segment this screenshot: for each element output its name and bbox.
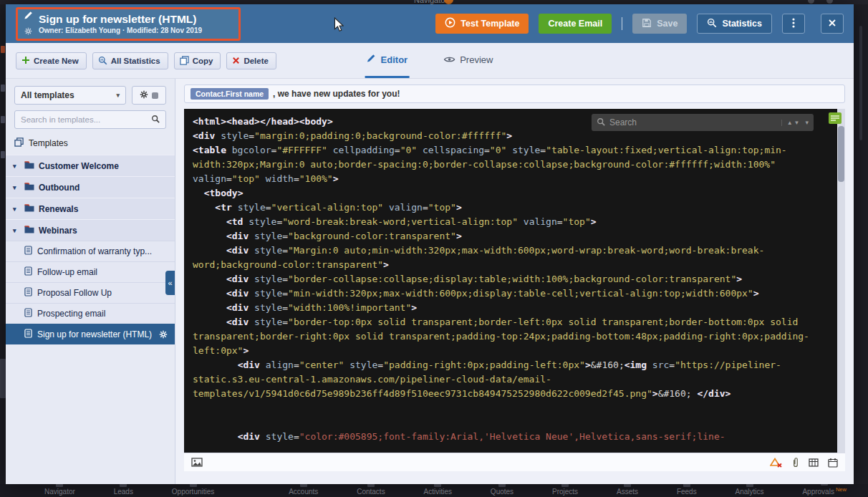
template-title-box[interactable]: Sign up for newsletter (HTML) Owner: Eli… [16,7,241,41]
chevron-down-icon[interactable]: ▾ [13,227,20,234]
plus-icon [21,56,30,66]
scrollbar-thumb[interactable] [838,126,844,182]
nav-item-icon [434,484,441,487]
bottom-nav-item: Contacts [357,484,385,496]
screen: Navigator Navigator Leads Opport [0,0,868,497]
copy-button[interactable]: Copy [174,52,221,69]
background-scrollbar [0,359,6,398]
template-item[interactable]: Proposal Follow Up [6,282,175,303]
template-item[interactable]: Confirmation of warranty typ... [6,241,175,261]
eye-icon [443,54,455,65]
template-item-selected[interactable]: Sign up for newsletter (HTML) [6,324,175,344]
template-actions: Create New All Statistics Copy Delete [16,52,276,69]
nav-item-icon [561,484,569,487]
status-dot [152,92,158,99]
document-icon [24,308,32,319]
search-prev-next-icons[interactable]: ▲▼ [781,120,801,126]
kebab-icon [792,18,795,30]
gear-icon [140,89,148,102]
template-folder[interactable]: ▾ Webinars [6,219,175,241]
folder-icon [24,161,34,171]
template-search[interactable] [14,110,166,129]
document-icon [24,246,32,257]
chevron-down-icon: ▾ [112,92,120,99]
code-editor: <html><head></head><body><div style="mar… [184,109,845,471]
templates-icon [14,137,24,149]
more-menu-button[interactable] [782,14,805,34]
chevron-down-icon[interactable]: ▾ [13,206,20,213]
bottom-nav-item: Accounts [289,484,318,496]
template-search-input[interactable] [21,115,147,124]
bottom-nav-item: Analytics [736,484,764,496]
subject-bar[interactable]: Contact.First name , we have new updates… [184,85,845,103]
folder-icon [24,226,34,236]
code-area[interactable]: <html><head></head><body><div style="mar… [184,109,845,453]
template-folder-list: ▾ Customer Welcome ▾ Outbound ▾ [6,155,175,241]
delete-button[interactable]: Delete [226,52,276,69]
template-item[interactable]: Prospecting email [6,303,175,324]
template-toolbar: Create New All Statistics Copy Delete [6,43,854,79]
folder-icon [24,204,34,214]
image-icon[interactable] [191,458,203,467]
background-icon [1,46,5,53]
tab-editor[interactable]: Editor [365,43,410,78]
template-meta: Owner: Elizabeth Young · Modified: 28 No… [39,26,202,34]
nav-item-icon [746,484,753,487]
bottom-nav-item: Navigator [44,484,75,496]
sidebar-collapse-button[interactable]: « [165,271,175,295]
editor-main: Contact.First name , we have new updates… [175,79,854,484]
background-icon [1,116,5,123]
chevron-down-icon[interactable]: ▾ [13,184,20,191]
test-template-button[interactable]: Test Template [435,14,529,34]
merge-field-chip[interactable]: Contact.First name [191,88,269,100]
template-folder[interactable]: ▾ Customer Welcome [6,155,175,176]
attachment-icon[interactable] [791,457,799,468]
close-button[interactable] [821,14,844,34]
bottom-nav-item: Leads [114,484,133,496]
statistics-button[interactable]: Statistics [697,14,772,34]
chevron-down-icon[interactable]: ▾ [805,119,809,126]
chevron-down-icon[interactable]: ▾ [13,163,20,170]
tab-preview[interactable]: Preview [442,43,494,78]
statistics-icon [98,56,107,67]
header-actions: Test Template Create Email Save Statisti… [435,14,854,34]
save-icon [642,18,652,30]
templates-sidebar: All templates ▾ Templates [6,79,175,484]
search-icon[interactable] [151,113,160,126]
pencil-icon [24,10,33,23]
document-icon [24,329,32,340]
bottom-nav-item: Projects [552,484,578,496]
insert-table-icon[interactable] [829,112,842,124]
editor-status-bar [184,453,845,471]
nav-item-icon [190,484,197,487]
template-item-list: Confirmation of warranty typ... Follow-u… [6,241,175,324]
create-email-button[interactable]: Create Email [539,14,612,34]
search-icon [597,116,605,129]
editor-search-input[interactable] [609,117,777,127]
nav-item-icon [821,484,828,486]
create-new-button[interactable]: Create New [16,52,87,69]
email-template-editor-modal: Sign up for newsletter (HTML) Owner: Eli… [6,4,854,484]
templates-filter-select[interactable]: All templates ▾ [14,86,126,105]
background-icon [808,0,814,4]
templates-section-header: Templates [14,137,166,149]
background-icon [1,151,5,158]
template-folder[interactable]: ▾ Renewals [6,198,175,219]
editor-scrollbar[interactable] [837,109,845,453]
background-left-rail [0,4,6,484]
gear-icon[interactable] [159,330,168,339]
all-statistics-button[interactable]: All Statistics [92,52,168,69]
template-item[interactable]: Follow-up email [6,261,175,282]
document-icon [24,266,32,278]
template-folder[interactable]: ▾ Outbound [6,176,175,198]
folder-icon [24,183,34,193]
spellcheck-warning-icon[interactable] [770,458,782,468]
background-bottom-nav: Navigator Leads Opportunities Accounts C… [0,484,868,497]
sidebar-settings-button[interactable] [132,86,166,105]
calendar-icon[interactable] [828,458,838,468]
save-button[interactable]: Save [632,14,687,34]
divider [622,17,622,30]
table-icon[interactable] [809,458,819,467]
editor-tabs: Editor Preview [365,43,495,78]
editor-search-bar[interactable]: ▲▼ ▾ [592,114,814,131]
